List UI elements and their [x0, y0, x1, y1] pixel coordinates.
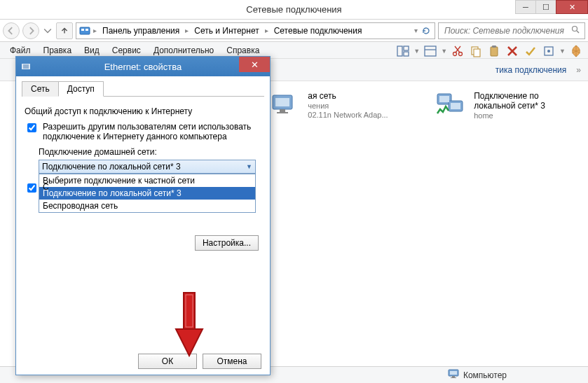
allow-sharing-row: Разрешить другим пользователям сети испо… [25, 122, 261, 141]
dialog-title: Ethernet: свойства [104, 62, 182, 72]
svg-line-4 [577, 31, 579, 33]
lan-adapter-icon [436, 91, 467, 116]
svg-rect-16 [491, 47, 498, 56]
breadcrumb-seg[interactable]: Панель управления [100, 26, 182, 36]
search-box[interactable] [438, 22, 585, 39]
paste-icon[interactable] [486, 43, 502, 59]
dropdown-icon[interactable]: ▼ [441, 48, 447, 55]
svg-rect-28 [439, 96, 449, 102]
up-button[interactable] [56, 22, 73, 39]
breadcrumb-seg[interactable]: Сеть и Интернет [191, 26, 261, 36]
breadcrumb-sep-icon: ▸ [92, 27, 98, 34]
svg-rect-7 [404, 52, 409, 56]
breadcrumb-seg[interactable]: Сетевые подключения [271, 26, 365, 36]
svg-rect-32 [452, 376, 455, 377]
annotation-arrow-icon [173, 290, 205, 362]
maximize-button[interactable]: ☐ [535, 0, 556, 14]
home-network-combo[interactable]: Подключение по локальной сети* 3 ▼ [39, 160, 256, 174]
allow-control-checkbox[interactable] [27, 183, 36, 193]
navigation-bar: ▸ Панель управления ▸ Сеть и Интернет ▸ … [0, 20, 588, 42]
connection-item[interactable]: ая сеть чения 02.11n Network Adap... [270, 91, 408, 356]
connection-item[interactable]: Подключение по локальной сети* 3 home [436, 91, 574, 356]
svg-rect-2 [86, 29, 88, 31]
menu-file[interactable]: Файл [4, 44, 36, 57]
properties-icon[interactable] [541, 43, 556, 59]
svg-point-3 [573, 26, 577, 31]
dropdown-item[interactable]: Беспроводная сеть [39, 200, 255, 212]
connection-status: чения [308, 102, 388, 110]
connection-adapter: 02.11n Network Adap... [308, 111, 388, 119]
cut-icon[interactable] [450, 43, 465, 59]
dropdown-icon[interactable]: ▾ [413, 27, 419, 34]
chevron-down-icon: ▼ [246, 163, 252, 170]
wifi-adapter-icon [270, 91, 301, 116]
adapter-icon [20, 61, 32, 72]
svg-point-10 [453, 53, 457, 56]
svg-rect-24 [280, 109, 285, 112]
preview-icon[interactable] [423, 43, 438, 59]
dialog-titlebar[interactable]: Ethernet: свойства ✕ [16, 57, 270, 76]
menu-tools[interactable]: Сервис [107, 44, 146, 57]
copy-icon[interactable] [468, 43, 484, 59]
connection-status: home [474, 111, 574, 120]
back-button[interactable] [3, 22, 20, 39]
allow-sharing-checkbox[interactable] [27, 123, 36, 132]
svg-rect-38 [184, 293, 195, 329]
svg-rect-15 [474, 49, 480, 57]
dialog-body: Сеть Доступ Общий доступ к подключению к… [16, 76, 270, 347]
forward-button[interactable] [22, 22, 39, 39]
menu-edit[interactable]: Правка [38, 44, 78, 57]
svg-rect-25 [277, 112, 288, 113]
address-bar[interactable]: ▸ Панель управления ▸ Сеть и Интернет ▸ … [76, 22, 435, 39]
computer-icon [448, 369, 459, 381]
dialog-close-button[interactable]: ✕ [239, 57, 270, 72]
control-panel-icon [79, 25, 90, 36]
window-controls: ─ ☐ ✕ [516, 0, 588, 14]
dropdown-icon[interactable]: ▼ [413, 48, 420, 55]
tab-sharing[interactable]: Доступ [58, 81, 104, 97]
menu-advanced[interactable]: Дополнительно [148, 44, 219, 57]
connection-title: Подключение по локальной сети* 3 [474, 91, 574, 111]
shell-icon[interactable] [568, 43, 584, 59]
check-icon[interactable] [523, 43, 538, 59]
delete-icon[interactable] [505, 43, 520, 59]
breadcrumb-sep-icon: ▸ [264, 27, 270, 34]
search-input[interactable] [443, 25, 571, 36]
home-network-label: Подключение домашней сети: [39, 147, 261, 157]
svg-rect-5 [397, 46, 402, 56]
statusbar-label: Компьютер [463, 370, 507, 380]
window-title: Сетевые подключения [246, 4, 341, 15]
svg-rect-23 [275, 98, 289, 106]
recent-locations-button[interactable] [42, 22, 53, 39]
settings-button[interactable]: Настройка... [195, 235, 259, 251]
menu-view[interactable]: Вид [78, 44, 105, 57]
dropdown-icon[interactable]: ▼ [559, 48, 566, 55]
diagnose-link[interactable]: тика подключения [495, 65, 567, 75]
toolbar: ▼ ▼ ▼ [395, 43, 584, 59]
connection-title: ая сеть [308, 91, 388, 101]
minimize-button[interactable]: ─ [515, 0, 536, 14]
close-button[interactable]: ✕ [556, 0, 588, 14]
tab-network[interactable]: Сеть [22, 81, 59, 97]
svg-rect-31 [450, 371, 457, 375]
combo-value: Подключение по локальной сети* 3 [42, 162, 181, 172]
settings-row: Настройка... [22, 235, 259, 251]
svg-point-21 [547, 50, 550, 53]
breadcrumb-sep-icon: ▸ [184, 27, 190, 34]
chevron-right-icon[interactable]: » [576, 65, 581, 75]
svg-rect-1 [81, 29, 84, 31]
group-label: Общий доступ к подключению к Интернету [25, 106, 261, 116]
menu-help[interactable]: Справка [221, 44, 265, 57]
svg-rect-17 [492, 46, 496, 48]
organize-icon[interactable] [395, 43, 411, 59]
window-titlebar: Сетевые подключения ─ ☐ ✕ [0, 0, 588, 20]
svg-line-13 [455, 46, 460, 53]
svg-point-11 [459, 53, 463, 56]
svg-rect-6 [404, 46, 409, 50]
refresh-icon[interactable] [421, 25, 432, 36]
svg-line-12 [456, 46, 460, 53]
tab-strip: Сеть Доступ [22, 81, 264, 97]
cancel-button[interactable]: Отмена [203, 354, 261, 369]
svg-rect-8 [425, 46, 436, 56]
properties-dialog: Ethernet: свойства ✕ Сеть Доступ Общий д… [15, 56, 271, 375]
